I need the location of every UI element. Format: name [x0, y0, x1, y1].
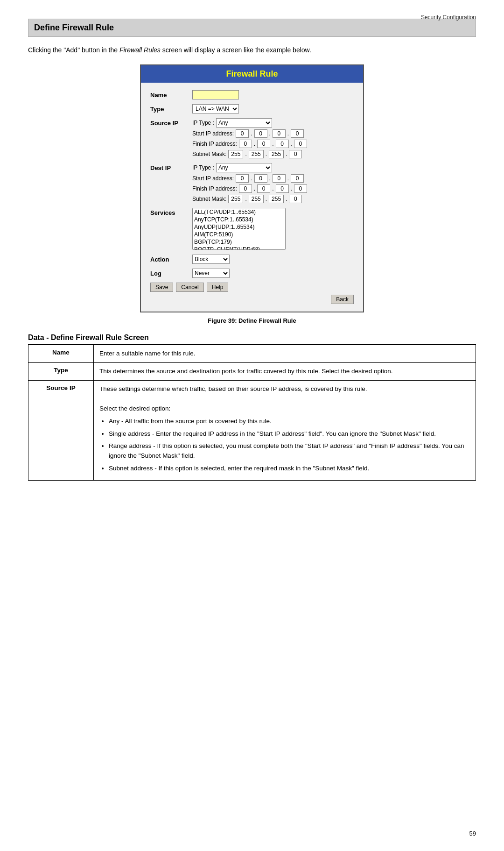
back-row: Back: [150, 295, 354, 304]
type-select[interactable]: LAN => WAN: [192, 104, 239, 113]
source-finish-ip-1[interactable]: [239, 140, 252, 148]
action-label: Action: [150, 255, 192, 263]
dest-ip-row: Dest IP IP Type : Any Start IP address: …: [150, 163, 354, 203]
name-controls: [192, 90, 354, 99]
action-row: Action Block Allow: [150, 255, 354, 264]
dest-ip-type-row: IP Type : Any: [192, 163, 354, 172]
list-item: Single address - Enter the required IP a…: [109, 429, 470, 439]
page-section-label: Security Configuration: [421, 14, 476, 21]
dest-start-ip-1[interactable]: [236, 174, 249, 183]
cancel-button[interactable]: Cancel: [176, 283, 203, 292]
services-listbox[interactable]: ALL(TCP/UDP:1..65534) AnyTCP(TCP:1..6553…: [192, 208, 286, 250]
source-start-ip-1[interactable]: [236, 129, 249, 138]
source-subnet-4[interactable]: [289, 150, 302, 158]
intro-paragraph: Clicking the "Add" button in the Firewal…: [28, 45, 476, 55]
figure-caption: Figure 39: Define Firewall Rule: [28, 317, 476, 324]
source-start-ip-row: Start IP address: . . .: [192, 129, 354, 138]
source-start-ip-3[interactable]: [273, 129, 286, 138]
dialog-title: Firewall Rule: [141, 65, 363, 83]
services-row: Services ALL(TCP/UDP:1..65534) AnyTCP(TC…: [150, 208, 354, 250]
name-row: Name: [150, 90, 354, 99]
dialog-buttons: Save Cancel Help: [150, 283, 354, 292]
source-ip-label: Source IP: [150, 118, 192, 127]
table-row-type: Type This determines the source and dest…: [28, 362, 476, 380]
table-cell-source-ip-desc: These settings determine which traffic, …: [94, 380, 476, 480]
dest-finish-ip-2[interactable]: [257, 184, 270, 193]
dest-finish-ip-4[interactable]: [294, 184, 307, 193]
save-button[interactable]: Save: [150, 283, 173, 292]
dest-subnet-1[interactable]: [228, 195, 243, 203]
name-label: Name: [150, 90, 192, 99]
source-finish-ip-3[interactable]: [276, 140, 289, 148]
table-row-source-ip: Source IP These settings determine which…: [28, 380, 476, 480]
dest-subnet-row: Subnet Mask: . . .: [192, 195, 354, 203]
action-controls: Block Allow: [192, 255, 354, 264]
dest-ip-controls: IP Type : Any Start IP address: . . .: [192, 163, 354, 203]
table-header-name: Name: [28, 345, 94, 363]
source-ip-controls: IP Type : Any Start IP address: . . .: [192, 118, 354, 158]
back-button[interactable]: Back: [331, 295, 354, 304]
dest-ip-label: Dest IP: [150, 163, 192, 171]
dest-start-ip-2[interactable]: [254, 174, 267, 183]
dest-subnet-2[interactable]: [249, 195, 264, 203]
log-controls: Never Always: [192, 269, 354, 278]
table-cell-type-desc: This determines the source and destinati…: [94, 362, 476, 380]
type-controls: LAN => WAN: [192, 104, 354, 113]
table-cell-name-desc: Enter a suitable name for this rule.: [94, 345, 476, 363]
log-select[interactable]: Never Always: [192, 269, 230, 278]
dest-ip-type-select[interactable]: Any: [216, 163, 272, 172]
source-ip-type-select[interactable]: Any: [216, 118, 272, 128]
list-item: Any - All traffic from the source port i…: [109, 417, 470, 426]
dest-finish-ip-1[interactable]: [239, 184, 252, 193]
list-item: Subnet address - If this option is selec…: [109, 464, 470, 474]
name-input[interactable]: [192, 90, 239, 99]
source-start-ip-2[interactable]: [254, 129, 267, 138]
table-row-name: Name Enter a suitable name for this rule…: [28, 345, 476, 363]
type-label: Type: [150, 104, 192, 113]
services-controls: ALL(TCP/UDP:1..65534) AnyTCP(TCP:1..6553…: [192, 208, 354, 250]
dest-subnet-4[interactable]: [289, 195, 302, 203]
log-label: Log: [150, 269, 192, 277]
dest-subnet-3[interactable]: [269, 195, 284, 203]
dest-finish-ip-row: Finish IP address: . . .: [192, 184, 354, 193]
help-button[interactable]: Help: [207, 283, 229, 292]
source-ip-bullets: Any - All traffic from the source port i…: [109, 417, 470, 474]
dialog-container: Firewall Rule Name Type LAN => WAN: [28, 64, 476, 312]
firewall-rule-dialog: Firewall Rule Name Type LAN => WAN: [140, 64, 364, 312]
source-subnet-1[interactable]: [228, 150, 243, 158]
section-title: Define Firewall Rule: [28, 19, 476, 37]
table-header-source-ip: Source IP: [28, 380, 94, 480]
data-section-title: Data - Define Firewall Rule Screen: [28, 333, 476, 345]
source-finish-ip-row: Finish IP address: . . .: [192, 140, 354, 148]
dest-start-ip-4[interactable]: [291, 174, 304, 183]
services-label: Services: [150, 208, 192, 216]
action-select[interactable]: Block Allow: [192, 255, 230, 264]
dialog-body: Name Type LAN => WAN Source IP: [141, 83, 363, 312]
source-subnet-3[interactable]: [269, 150, 284, 158]
list-item: Range address - If this option is select…: [109, 441, 470, 461]
log-row: Log Never Always: [150, 269, 354, 278]
data-table: Name Enter a suitable name for this rule…: [28, 345, 476, 481]
page-number: 59: [469, 830, 476, 837]
dest-start-ip-3[interactable]: [273, 174, 286, 183]
source-subnet-2[interactable]: [249, 150, 264, 158]
type-row: Type LAN => WAN: [150, 104, 354, 113]
source-ip-type-row: IP Type : Any: [192, 118, 354, 128]
dest-start-ip-row: Start IP address: . . .: [192, 174, 354, 183]
source-start-ip-4[interactable]: [291, 129, 304, 138]
source-subnet-row: Subnet Mask: . . .: [192, 150, 354, 158]
source-finish-ip-2[interactable]: [257, 140, 270, 148]
source-ip-row: Source IP IP Type : Any Start IP address…: [150, 118, 354, 158]
source-finish-ip-4[interactable]: [294, 140, 307, 148]
table-header-type: Type: [28, 362, 94, 380]
dest-finish-ip-3[interactable]: [276, 184, 289, 193]
